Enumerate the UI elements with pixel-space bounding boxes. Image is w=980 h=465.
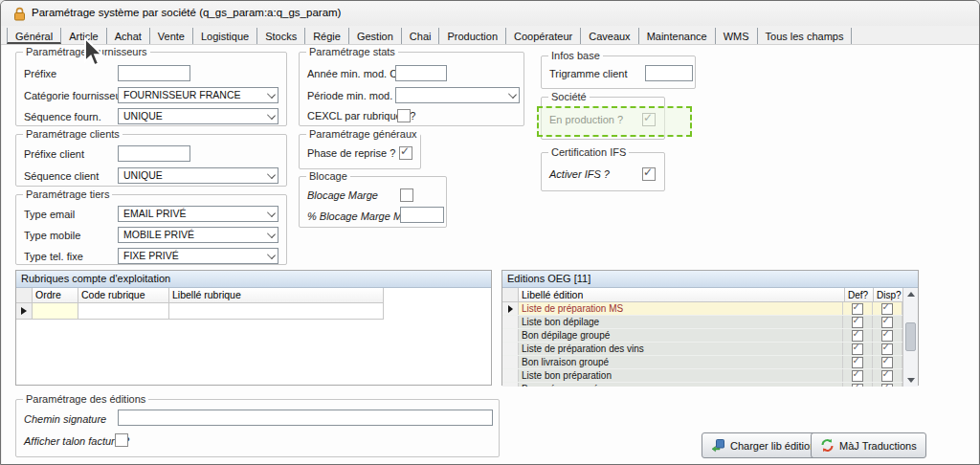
editions-col-disp[interactable]: Disp? (874, 288, 902, 302)
disp-checkbox[interactable] (881, 384, 893, 388)
arrow-down-icon (907, 378, 915, 383)
edition-label-cell[interactable]: Bon prépa groupée (519, 383, 843, 387)
tab-coopérateur[interactable]: Coopérateur (506, 28, 581, 44)
def-checkbox[interactable] (852, 370, 863, 382)
en-production-checkbox[interactable] (642, 113, 656, 126)
chemin-signature-input[interactable] (118, 410, 493, 426)
def-checkbox[interactable] (852, 330, 863, 342)
disp-cell (873, 329, 902, 342)
disp-checkbox[interactable] (881, 343, 893, 355)
edition-label-cell[interactable]: Liste bon préparation (519, 369, 843, 382)
edition-label-cell[interactable]: Bon livraison groupé (519, 356, 843, 368)
tab-maintenance[interactable]: Maintenance (639, 28, 716, 44)
edition-label-cell[interactable]: Liste de préparation des vins (519, 343, 843, 355)
disp-checkbox[interactable] (881, 317, 893, 328)
phase-reprise-checkbox[interactable] (399, 146, 412, 160)
def-checkbox[interactable] (852, 317, 863, 328)
blocage-marge-min-input[interactable] (400, 207, 444, 223)
tab-vente[interactable]: Vente (150, 28, 193, 44)
prefixe-input[interactable] (118, 65, 190, 81)
tab-wms[interactable]: WMS (716, 28, 758, 44)
tab-article[interactable]: Article (61, 28, 107, 44)
rubriques-col-3[interactable]: Libellé rubrique (169, 288, 384, 303)
disp-checkbox[interactable] (881, 330, 893, 342)
tab-strip: GénéralArticleAchatVenteLogistiqueStocks… (1, 26, 979, 45)
def-checkbox[interactable] (852, 357, 863, 368)
sequence-client-value: UNIQUE (123, 169, 163, 181)
tab-tous-les-champs[interactable]: Tous les champs (758, 28, 853, 44)
type-email-value: EMAIL PRIVÉ (123, 208, 187, 219)
disp-checkbox[interactable] (881, 357, 893, 368)
rubriques-col-2[interactable]: Code rubrique (78, 288, 169, 303)
row-selector-cell (502, 302, 519, 315)
cexcl-checkbox[interactable] (397, 109, 411, 122)
periode-min-select[interactable] (395, 87, 520, 103)
edition-label-cell[interactable]: Liste bon dépilage (519, 316, 843, 328)
editions-panel: Editions OEG [11] Libellé édition Def? D… (501, 270, 919, 386)
editions-row[interactable]: Bon prépa groupée (502, 383, 902, 387)
activer-ifs-checkbox[interactable] (642, 167, 656, 181)
tab-caveaux[interactable]: Caveaux (581, 28, 638, 44)
editions-row[interactable]: Bon livraison groupé (502, 356, 902, 369)
def-cell (843, 356, 873, 368)
editions-scrollbar[interactable] (902, 288, 918, 387)
group-editions-param: Paramétrage des éditions Chemin signatur… (15, 399, 500, 457)
disp-checkbox[interactable] (881, 303, 893, 315)
editions-row[interactable]: Liste de préparation MS (502, 302, 902, 316)
sequence-fourn-select[interactable]: UNIQUE (118, 108, 278, 124)
edition-label-cell[interactable]: Bon dépilage groupé (519, 329, 843, 342)
tab-stocks[interactable]: Stocks (257, 28, 305, 44)
afficher-talon-label: Afficher talon facture ? (24, 435, 129, 447)
annee-min-input[interactable] (395, 65, 447, 81)
tab-général[interactable]: Général (7, 28, 61, 44)
categorie-fournisseur-value: FOURNISSEUR FRANCE (123, 89, 241, 100)
code-rubrique-cell[interactable] (78, 303, 169, 320)
def-checkbox[interactable] (852, 343, 863, 355)
editions-row[interactable]: Liste de préparation des vins (502, 343, 902, 356)
editions-col-libelle[interactable]: Libellé édition (519, 288, 845, 302)
ordre-cell[interactable] (33, 303, 78, 320)
type-mobile-label: Type mobile (24, 230, 80, 241)
tab-production[interactable]: Production (439, 28, 506, 44)
type-mobile-select[interactable]: MOBILE PRIVÉ (118, 227, 278, 243)
edition-label-cell[interactable]: Liste de préparation MS (519, 302, 843, 315)
editions-row[interactable]: Bon dépilage groupé (502, 329, 902, 343)
tab-gestion[interactable]: Gestion (349, 28, 402, 44)
editions-col-def[interactable]: Def? (845, 288, 874, 302)
rubriques-row[interactable] (16, 303, 491, 320)
sequence-client-select[interactable]: UNIQUE (118, 167, 278, 184)
app-window: Paramétrage système par société (q_gs_pa… (0, 0, 980, 465)
tab-régie[interactable]: Régie (305, 28, 349, 44)
disp-checkbox[interactable] (881, 370, 893, 382)
rubriques-header-row: OrdreCode rubriqueLibellé rubrique (16, 288, 491, 303)
charger-lib-editions-label: Charger lib éditions (730, 440, 821, 452)
chemin-signature-label: Chemin signature (24, 413, 106, 425)
maj-traductions-button[interactable]: MàJ Traductions (811, 432, 926, 458)
categorie-fournisseur-label: Catégorie fournisseur (24, 90, 124, 101)
blocage-marge-checkbox[interactable] (400, 188, 413, 202)
import-icon (711, 438, 725, 453)
scrollbar-thumb[interactable] (905, 322, 916, 351)
rubriques-col-1[interactable]: Ordre (33, 288, 78, 303)
libelle-rubrique-cell[interactable] (169, 303, 384, 320)
def-cell (843, 369, 873, 382)
scroll-up-button[interactable] (903, 288, 918, 300)
group-fournisseurs-title: Paramétrage fournisseurs (23, 46, 150, 57)
scroll-down-button[interactable] (903, 374, 918, 387)
tab-chai[interactable]: Chai (402, 28, 440, 44)
editions-row[interactable]: Liste bon dépilage (502, 316, 902, 329)
sequence-fourn-label: Séquence fourn. (24, 111, 101, 122)
trigramme-client-input[interactable] (645, 65, 693, 81)
prefixe-client-input[interactable] (118, 145, 190, 162)
tab-logistique[interactable]: Logistique (193, 28, 257, 44)
def-checkbox[interactable] (852, 384, 863, 388)
type-tel-fixe-select[interactable]: FIXE PRIVÉ (118, 248, 278, 264)
editions-row[interactable]: Liste bon préparation (502, 369, 902, 383)
chevron-down-icon (268, 231, 275, 237)
chevron-down-icon (268, 210, 275, 216)
def-checkbox[interactable] (852, 303, 863, 315)
type-email-select[interactable]: EMAIL PRIVÉ (118, 206, 278, 222)
afficher-talon-checkbox[interactable] (115, 433, 128, 447)
tab-achat[interactable]: Achat (107, 28, 150, 44)
categorie-fournisseur-select[interactable]: FOURNISSEUR FRANCE (118, 87, 278, 103)
